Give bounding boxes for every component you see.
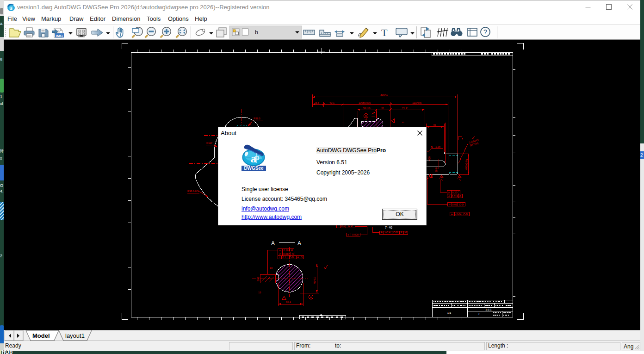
svg-text://: //: [448, 195, 450, 198]
svg-text:71.9°: 71.9°: [402, 107, 408, 110]
svg-text:0.03: 0.03: [452, 203, 457, 206]
svg-text:M: M: [404, 231, 407, 234]
svg-text:26.4: 26.4: [286, 301, 291, 304]
svg-text:38H10: 38H10: [363, 107, 370, 110]
svg-text:f: f: [478, 313, 479, 316]
svg-text:45H10: 45H10: [313, 277, 316, 284]
svg-text:T: T: [381, 27, 388, 38]
svg-text:a: a: [251, 152, 257, 165]
svg-text:0.1: 0.1: [282, 256, 286, 259]
svg-text:C-D: C-D: [463, 213, 468, 216]
svg-text:100±0.075: 100±0.075: [359, 101, 371, 104]
svg-text:O: O: [301, 256, 303, 259]
svg-text:40.1: 40.1: [329, 101, 334, 104]
svg-text:0.012: 0.012: [283, 253, 290, 255]
svg-text:C-D: C-D: [393, 231, 398, 234]
svg-text:↗: ↗: [448, 203, 451, 206]
svg-text:R38.5: R38.5: [254, 117, 260, 120]
svg-text:31: 31: [381, 107, 384, 110]
svg-text:1.18: 1.18: [435, 145, 440, 148]
svg-text:N: N: [292, 253, 294, 255]
svg-text:?: ?: [483, 28, 487, 36]
svg-text:A: A: [297, 240, 301, 247]
svg-text:0.019: 0.019: [452, 195, 458, 198]
svg-text:2H9: 2H9: [435, 168, 438, 172]
svg-text:10: 10: [270, 267, 272, 269]
svg-text:R98.6-0.5: R98.6-0.5: [187, 190, 198, 193]
svg-text:D: D: [365, 115, 367, 118]
svg-text:⋈: ⋈: [451, 213, 453, 216]
svg-text:1:1:1: 1:1:1: [485, 308, 492, 311]
svg-text:119A0.5: 119A0.5: [412, 101, 421, 104]
svg-text:M: M: [291, 249, 293, 252]
svg-text://: //: [279, 253, 281, 255]
svg-text:0.008: 0.008: [352, 233, 359, 236]
svg-text:b: b: [255, 29, 258, 36]
svg-text:7- 46: 7- 46: [385, 226, 392, 229]
svg-text:C: C: [458, 191, 459, 194]
svg-text:IMG: IMG: [56, 34, 63, 38]
svg-text:0.16: 0.16: [284, 249, 289, 252]
svg-text:⊕: ⊕: [380, 231, 383, 234]
svg-text:layout1: layout1: [65, 332, 85, 339]
svg-text:A: A: [297, 256, 299, 259]
svg-text:40: 40: [433, 124, 436, 126]
svg-text:3H9: 3H9: [257, 277, 260, 281]
svg-text:⌀: ⌀: [448, 191, 450, 194]
svg-text:Model: Model: [32, 332, 50, 339]
svg-text:⊥: ⊥: [279, 256, 281, 259]
svg-text:R117: R117: [206, 142, 212, 144]
svg-text:M: M: [310, 296, 312, 299]
svg-text:G: G: [459, 195, 461, 198]
svg-text:1:1: 1:1: [447, 311, 452, 314]
svg-text:8: 8: [402, 122, 404, 123]
svg-text:0.2: 0.2: [452, 191, 456, 194]
svg-text:M45x2-6g: M45x2-6g: [465, 159, 468, 170]
svg-text:⌀3-04: ⌀3-04: [455, 213, 461, 216]
svg-text:⌀0.4: ⌀0.4: [385, 231, 390, 234]
svg-text:309A1: 309A1: [380, 93, 388, 96]
svg-text:a: a: [10, 6, 12, 11]
svg-text:C-D: C-D: [459, 203, 464, 206]
svg-text:⌀: ⌀: [347, 233, 349, 236]
svg-text:A: A: [271, 240, 275, 247]
svg-text:F: F: [401, 231, 402, 234]
svg-text:23.6: 23.6: [314, 101, 319, 104]
svg-text:C-D: C-D: [289, 256, 294, 259]
svg-text:⌀: ⌀: [279, 249, 281, 252]
svg-text:13: 13: [258, 291, 261, 294]
svg-text:450: 450: [428, 156, 431, 161]
